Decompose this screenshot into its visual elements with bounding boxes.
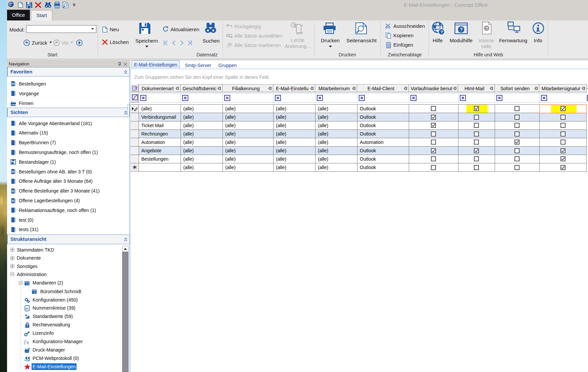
svg-text:B: B (12, 82, 14, 86)
svg-text:?: ? (440, 30, 443, 35)
svg-text:PCM: PCM (24, 359, 30, 362)
svg-text:Nº: Nº (26, 307, 29, 310)
svg-text:co: co (9, 4, 12, 6)
svg-text:?: ? (486, 26, 488, 31)
svg-text:B: B (12, 199, 14, 203)
svg-text:8: 8 (27, 341, 29, 345)
svg-text:f: f (24, 339, 26, 344)
svg-text:B: B (12, 170, 14, 173)
svg-text:B: B (12, 190, 14, 193)
svg-text:?: ? (460, 27, 463, 32)
